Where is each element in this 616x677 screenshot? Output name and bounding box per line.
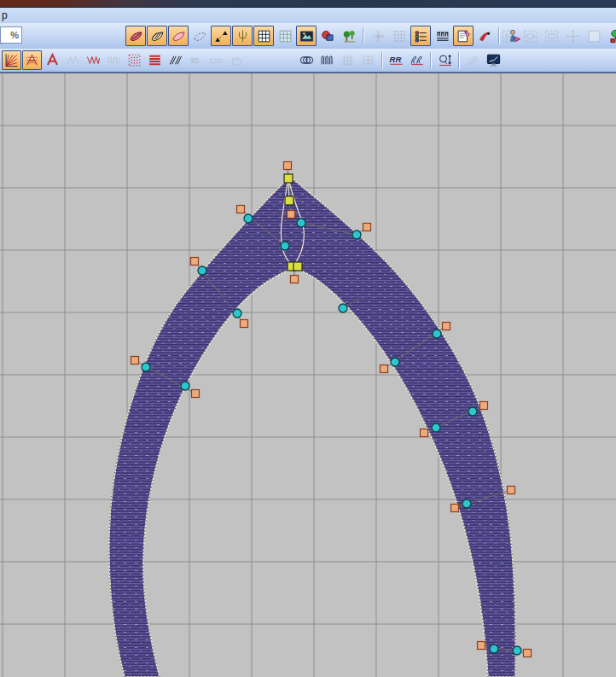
tool-reshape-nodes-button[interactable] [211,26,231,46]
tool-weave-grid-button[interactable] [338,50,357,70]
tool-grid-alt-button[interactable] [275,26,295,46]
anchor-square-yellow[interactable] [284,174,293,183]
tool-overlap-shapes-button[interactable] [317,26,338,46]
tool-motif-a-button[interactable] [43,50,62,70]
offset-square-orange[interactable] [443,323,450,330]
menu-bar[interactable]: p [0,8,616,23]
color-list-icon [413,28,429,44]
tool-balloon-group-button[interactable] [605,26,616,46]
tool-basket-gray-button[interactable] [227,50,247,70]
curve-node-cyan[interactable] [244,214,253,223]
tool-fan-stitch-button[interactable] [2,50,21,70]
tool-flower-gray-button[interactable] [368,26,388,46]
anchor-square-yellow[interactable] [293,262,302,271]
tool-arcs-gray-button[interactable] [463,50,483,70]
curve-node-cyan[interactable] [297,219,305,227]
design-canvas-area[interactable] [0,73,616,677]
mirror-h-box-icon [522,28,538,44]
curve-node-cyan[interactable] [339,304,347,312]
curve-node-cyan[interactable] [181,382,189,390]
q-updown-icon [437,52,453,68]
svg-text:RR: RR [390,55,402,64]
design-canvas[interactable] [0,73,616,677]
tool-e-stitch-gray-button[interactable] [104,50,124,70]
curve-node-cyan[interactable] [142,363,150,371]
tool-satin-lines-button[interactable] [145,50,165,70]
outline-leaf-icon [171,28,187,44]
tool-dot-grid-button[interactable] [389,26,410,46]
offset-square-orange[interactable] [131,357,139,365]
tool-blank-square-button[interactable] [584,26,604,46]
offset-square-orange[interactable] [381,365,388,373]
tool-needle-button[interactable] [232,26,253,46]
tool-square-wave-button[interactable] [317,50,337,70]
tool-pattern-fill-button[interactable] [125,50,144,70]
tool-bitmap-button[interactable] [296,26,317,46]
tool-xx-loops-button[interactable] [407,50,427,70]
offset-square-orange[interactable] [524,650,532,657]
tool-circles-ooo-button[interactable] [297,50,317,70]
tool-color-list-button[interactable] [410,26,431,46]
overlap-shapes-icon [320,28,336,44]
trees-icon [341,28,357,44]
offset-square-orange[interactable] [237,206,245,213]
tool-monitor-button[interactable] [484,50,503,70]
curve-node-cyan[interactable] [490,645,498,653]
tatami-a-icon [24,52,40,68]
tool-fill-leaf-button[interactable] [125,26,146,46]
tool-grid-on-button[interactable] [253,26,274,46]
tool-w-stitch-button[interactable] [84,50,103,70]
fan-stitch-icon [3,52,20,68]
zoom-percent-box[interactable]: % [0,26,22,44]
curve-node-cyan[interactable] [352,231,361,239]
tool-q-updown-button[interactable] [435,50,455,70]
tool-red-swoosh-button[interactable] [474,26,495,46]
offset-square-orange[interactable] [478,642,485,650]
toolbar-separator [458,52,460,69]
tool-rr-letters-button[interactable]: RR [386,50,406,70]
curve-node-cyan[interactable] [391,358,399,366]
curve-node-cyan[interactable] [468,407,477,416]
tool-center-cross-button[interactable] [562,26,583,46]
tool-properties-doc-button[interactable] [453,26,474,46]
offset-square-orange[interactable] [284,162,292,170]
tool-reshape-box-n-button[interactable] [498,26,519,46]
tool-hatch-w-button[interactable] [166,50,185,70]
curve-node-cyan[interactable] [281,242,289,250]
offset-square-orange[interactable] [451,505,459,512]
curve-node-cyan[interactable] [462,499,471,508]
offset-square-orange[interactable] [421,429,428,437]
tool-mirror-h-box-button[interactable] [520,26,540,46]
tool-hatch-leaf-button[interactable] [147,26,167,46]
tool-stitch-people-button[interactable] [432,26,452,46]
curve-node-cyan[interactable] [513,646,521,655]
canvas-grid [0,73,616,677]
tool-trees-button[interactable] [339,26,359,46]
offset-square-orange[interactable] [241,320,248,328]
three-d-icon: 3D [188,52,204,68]
offset-square-orange[interactable] [191,258,199,266]
anchor-square-yellow[interactable] [285,196,293,205]
tool-chain-88-button[interactable] [358,50,378,70]
tool-dashed-shape-button[interactable] [189,26,210,46]
tool-glasses-gray-button[interactable] [206,50,226,70]
offset-square-orange[interactable] [363,224,371,231]
embroidery-app-window: { "window": { "menu_text_partial": "p", … [0,0,616,677]
offset-square-orange[interactable] [288,211,295,219]
center-cross-icon [565,28,581,44]
tool-tatami-a-button[interactable] [22,50,42,70]
tool-mirror-v-box-button[interactable] [541,26,561,46]
curve-node-cyan[interactable] [198,266,206,275]
offset-square-orange[interactable] [508,487,515,494]
curve-node-cyan[interactable] [233,309,241,318]
curve-node-cyan[interactable] [433,330,441,338]
offset-square-orange[interactable] [480,402,488,410]
curve-node-cyan[interactable] [432,423,440,432]
offset-square-orange[interactable] [192,390,200,398]
offset-square-orange[interactable] [291,276,299,283]
menu-item-partial[interactable]: p [2,9,8,21]
tool-three-d-button[interactable]: 3D [186,50,206,70]
embroidery-object[interactable] [109,177,515,677]
tool-zigzag-gray-button[interactable] [63,50,83,70]
tool-outline-leaf-button[interactable] [168,26,189,46]
